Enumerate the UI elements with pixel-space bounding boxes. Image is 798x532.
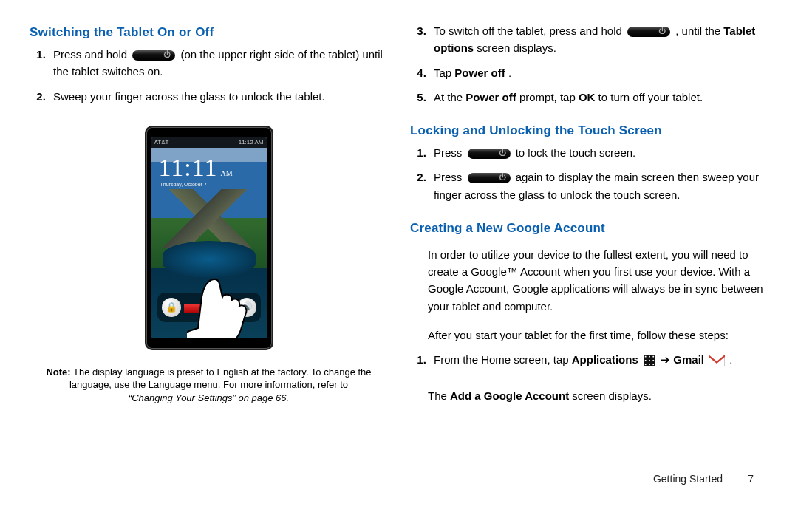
step-4: Tap Power off . (429, 64, 768, 81)
page-footer: Getting Started 7 (0, 473, 798, 494)
s4c: . (508, 66, 511, 79)
s5d: OK (579, 91, 596, 103)
note-ref: “Changing Your Settings” (129, 392, 236, 403)
l1a: Press (434, 146, 466, 159)
locking-steps: Press to lock the touch screen. Press ag… (410, 144, 768, 211)
google-step-1: From the Home screen, tap Applications ➔… (429, 351, 768, 368)
device-screen: AT&T 11:12 AM 11:11 AM Thursday, October… (151, 137, 267, 338)
google-para-1: In order to utilize your device to the f… (428, 246, 768, 315)
l2a: Press (434, 171, 466, 183)
note-ref-tail: on page 66. (238, 392, 289, 403)
switching-steps-cont: To switch off the tablet, press and hold… (410, 22, 768, 113)
note-label: Note: (46, 366, 70, 378)
lock-clock: 11:11 AM (159, 154, 233, 182)
footer-page-number: 7 (726, 473, 754, 485)
google-steps: From the Home screen, tap Applications ➔… (410, 351, 768, 375)
google-result: The Add a Google Account screen displays… (428, 387, 768, 404)
s5e: to turn off your tablet. (598, 91, 703, 103)
switching-steps: Press and hold (on the upper right side … (30, 46, 388, 112)
s4b: Power off (454, 66, 505, 79)
g1c: ➔ (661, 353, 673, 366)
google-para-2: After you start your tablet for the firs… (428, 327, 768, 344)
unlock-icon: 🔒 (162, 298, 181, 317)
power-button-icon (468, 173, 511, 183)
step-1-text-a: Press and hold (53, 48, 130, 61)
lock-step-2: Press again to display the main screen t… (429, 168, 768, 203)
lock-clock-date: Thursday, October 7 (160, 182, 207, 187)
lock-step-1: Press to lock the touch screen. (429, 144, 768, 161)
hand-gesture-icon (187, 267, 267, 338)
heading-google: Creating a New Google Account (410, 221, 768, 236)
carrier-label: AT&T (154, 139, 169, 146)
power-button-icon (132, 50, 175, 61)
step-3: To switch off the tablet, press and hold… (429, 22, 768, 57)
s3d: screen displays. (477, 41, 556, 54)
applications-icon (644, 355, 655, 366)
s5c: prompt, tap (519, 91, 579, 103)
gr-c: screen displays. (572, 389, 652, 402)
svg-rect-0 (709, 355, 725, 366)
wallpaper-mountain (151, 189, 267, 248)
step-1: Press and hold (on the upper right side … (49, 46, 388, 81)
g1d: Gmail (673, 353, 704, 366)
g1e: . (729, 353, 732, 366)
s3a: To switch off the tablet, press and hold (434, 24, 625, 37)
left-column: Switching the Tablet On or Off Press and… (30, 22, 388, 466)
right-column: To switch off the tablet, press and hold… (410, 22, 768, 466)
status-time: 11:12 AM (239, 139, 264, 146)
l1b: to lock the touch screen. (516, 146, 636, 159)
lock-clock-time: 11:11 (159, 154, 218, 182)
step-2: Sweep your finger across the glass to un… (49, 88, 388, 105)
note-body: The display language is preset to Englis… (69, 366, 372, 391)
gr-b: Add a Google Account (450, 389, 569, 402)
device-frame: AT&T 11:12 AM 11:11 AM Thursday, October… (145, 126, 273, 350)
gmail-icon (709, 355, 725, 366)
step-5: At the Power off prompt, tap OK to turn … (429, 89, 768, 106)
power-button-icon (468, 149, 511, 159)
device-figure: AT&T 11:12 AM 11:11 AM Thursday, October… (145, 126, 273, 350)
gr-a: The (428, 389, 450, 402)
status-bar: AT&T 11:12 AM (151, 137, 267, 148)
s5a: At the (434, 91, 466, 103)
power-button-icon (627, 27, 670, 37)
s5b: Power off (466, 91, 516, 103)
lock-clock-ampm: AM (220, 169, 232, 177)
heading-switching: Switching the Tablet On or Off (30, 25, 388, 40)
g1a: From the Home screen, tap (434, 353, 572, 366)
footer-section: Getting Started (653, 473, 723, 485)
heading-locking: Locking and Unlocking the Touch Screen (410, 123, 768, 138)
s4a: Tap (434, 66, 454, 79)
s3b: , until the (675, 24, 723, 37)
note-block: Note: The display language is preset to … (30, 361, 388, 410)
g1b: Applications (572, 353, 638, 366)
